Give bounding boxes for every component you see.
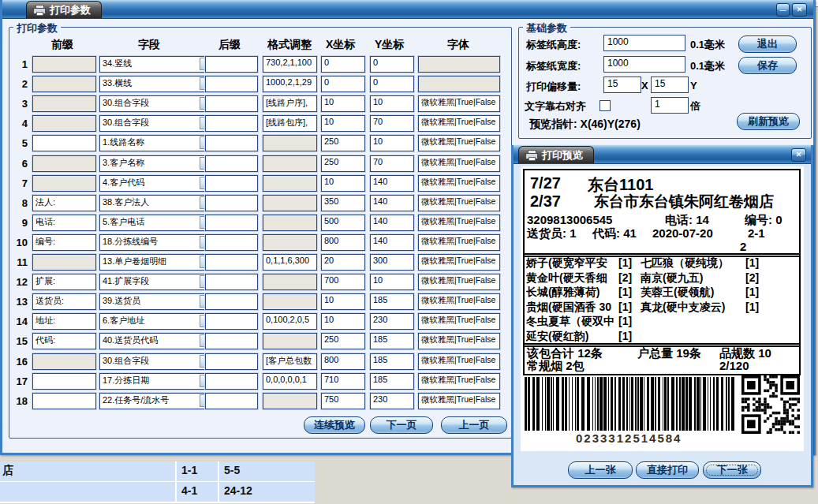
field-select[interactable]: 30.组合字段▼ (99, 353, 215, 370)
suffix-input[interactable] (205, 56, 258, 73)
y-coord-input[interactable]: 185 (370, 353, 414, 370)
x-coord-input[interactable]: 800 (321, 353, 365, 370)
format-input[interactable]: 1000,2,1,29 (263, 76, 317, 92)
label-height-input[interactable]: 1000 (603, 35, 685, 51)
y-coord-input[interactable]: 230 (370, 313, 414, 330)
prefix-input[interactable] (32, 56, 96, 73)
font-input[interactable]: 微软雅黑|True|False (418, 393, 500, 409)
field-select[interactable]: 40.送货员代码▼ (99, 333, 215, 349)
font-input[interactable]: 微软雅黑|True|False (418, 95, 500, 112)
font-input[interactable]: 微软雅黑|True|False (418, 195, 500, 211)
minimize-button[interactable]: — (776, 3, 790, 17)
main-titlebar[interactable]: 打印参数 — ✕ (2, 0, 813, 19)
font-input[interactable]: 微软雅黑|True|False (418, 254, 500, 271)
field-select[interactable]: 34.竖线▼ (99, 56, 215, 73)
prefix-input[interactable] (32, 95, 96, 112)
suffix-input[interactable] (205, 274, 258, 290)
format-input[interactable] (263, 155, 317, 172)
prefix-input[interactable] (32, 76, 96, 92)
format-input[interactable] (263, 135, 317, 151)
x-coord-input[interactable]: 250 (321, 155, 365, 172)
field-select[interactable]: 22.任务号/流水号▼ (99, 393, 215, 409)
suffix-input[interactable] (205, 254, 258, 271)
x-coord-input[interactable]: 250 (321, 333, 365, 349)
suffix-input[interactable] (205, 313, 258, 330)
suffix-input[interactable] (205, 293, 258, 310)
x-coord-input[interactable]: 10 (321, 293, 365, 310)
suffix-input[interactable] (205, 95, 258, 112)
field-select[interactable]: 6.客户地址▼ (99, 313, 215, 330)
refresh-preview-button[interactable]: 刷新预览 (737, 113, 800, 130)
format-input[interactable] (263, 274, 317, 290)
suffix-input[interactable] (205, 234, 258, 251)
suffix-input[interactable] (205, 115, 258, 132)
format-input[interactable] (263, 393, 317, 409)
exit-button[interactable]: 退出 (738, 35, 797, 53)
x-coord-input[interactable]: 700 (321, 274, 365, 290)
x-coord-input[interactable]: 500 (321, 215, 365, 231)
prefix-input[interactable] (32, 254, 96, 271)
x-coord-input[interactable]: 10 (321, 95, 365, 112)
x-coord-input[interactable]: 250 (321, 135, 365, 151)
suffix-input[interactable] (205, 175, 258, 192)
field-select[interactable]: 30.组合字段▼ (99, 115, 215, 132)
field-select[interactable]: 4.客户代码▼ (99, 175, 215, 192)
suffix-input[interactable] (205, 76, 258, 92)
preview-titlebar[interactable]: 打印预览 ✕ (514, 145, 811, 164)
close-button[interactable]: ✕ (792, 3, 807, 17)
next-page-button[interactable]: 下一页 (370, 416, 433, 434)
font-input[interactable]: 微软雅黑|True|False (418, 234, 500, 251)
offset-y-input[interactable]: 15 (651, 77, 689, 93)
y-coord-input[interactable]: 185 (370, 333, 414, 349)
prefix-input[interactable] (32, 353, 96, 370)
y-coord-input[interactable]: 230 (370, 393, 414, 409)
font-input[interactable]: 微软雅黑|True|False (418, 274, 500, 290)
format-input[interactable] (263, 234, 317, 251)
field-select[interactable]: 30.组合字段▼ (99, 95, 215, 112)
suffix-input[interactable] (205, 393, 258, 409)
prefix-input[interactable] (32, 135, 96, 151)
x-coord-input[interactable]: 350 (321, 195, 365, 211)
suffix-input[interactable] (205, 353, 258, 370)
prefix-input[interactable]: 送货员: (32, 293, 96, 310)
prefix-input[interactable]: 扩展: (32, 274, 96, 290)
x-coord-input[interactable]: 750 (321, 393, 365, 409)
save-button[interactable]: 保存 (738, 57, 797, 74)
prefix-input[interactable]: 地址: (32, 313, 96, 330)
continuous-preview-button[interactable]: 连续预览 (304, 416, 365, 434)
font-input[interactable]: 微软雅黑|True|False (418, 115, 500, 132)
format-input[interactable] (263, 195, 317, 211)
y-coord-input[interactable]: 10 (370, 274, 414, 290)
y-coord-input[interactable]: 70 (370, 155, 414, 172)
y-coord-input[interactable]: 140 (370, 215, 414, 231)
prefix-input[interactable] (32, 115, 96, 132)
format-input[interactable] (263, 215, 317, 231)
prefix-input[interactable]: 法人: (32, 195, 96, 211)
x-coord-input[interactable]: 0 (321, 76, 365, 92)
format-input[interactable] (263, 293, 317, 310)
direct-print-button[interactable]: 直接打印 (636, 461, 699, 479)
suffix-input[interactable] (205, 135, 258, 151)
font-input[interactable]: 微软雅黑|True|False (418, 373, 500, 390)
x-coord-input[interactable]: 800 (321, 234, 365, 251)
format-input[interactable]: [客户总包数 (263, 353, 317, 370)
format-input[interactable]: 0,1,1,6,300 (263, 254, 317, 271)
y-coord-input[interactable]: 185 (370, 293, 414, 310)
font-input[interactable]: 微软雅黑|True|False (418, 135, 500, 151)
font-input[interactable]: 微软雅黑|True|False (418, 215, 500, 231)
prefix-input[interactable]: 电话: (32, 215, 96, 231)
next-label-button[interactable]: 下一张 (703, 461, 761, 479)
format-input[interactable]: 0,100,2,0,5 (263, 313, 317, 330)
label-width-input[interactable]: 1000 (603, 56, 685, 73)
suffix-input[interactable] (205, 333, 258, 349)
font-input[interactable]: 微软雅黑|True|False (418, 353, 500, 370)
y-coord-input[interactable]: 0 (370, 76, 414, 92)
y-coord-input[interactable]: 140 (370, 175, 414, 192)
field-select[interactable]: 33.横线▼ (99, 76, 215, 92)
preview-close-button[interactable]: ✕ (791, 148, 806, 162)
font-input[interactable]: 微软雅黑|True|False (418, 175, 500, 192)
font-input[interactable]: 微软雅黑|True|False (418, 155, 500, 172)
format-input[interactable]: [线路户序], (263, 95, 317, 112)
prefix-input[interactable]: 编号: (32, 234, 96, 251)
format-input[interactable]: 730,2,1,100 (263, 56, 317, 73)
